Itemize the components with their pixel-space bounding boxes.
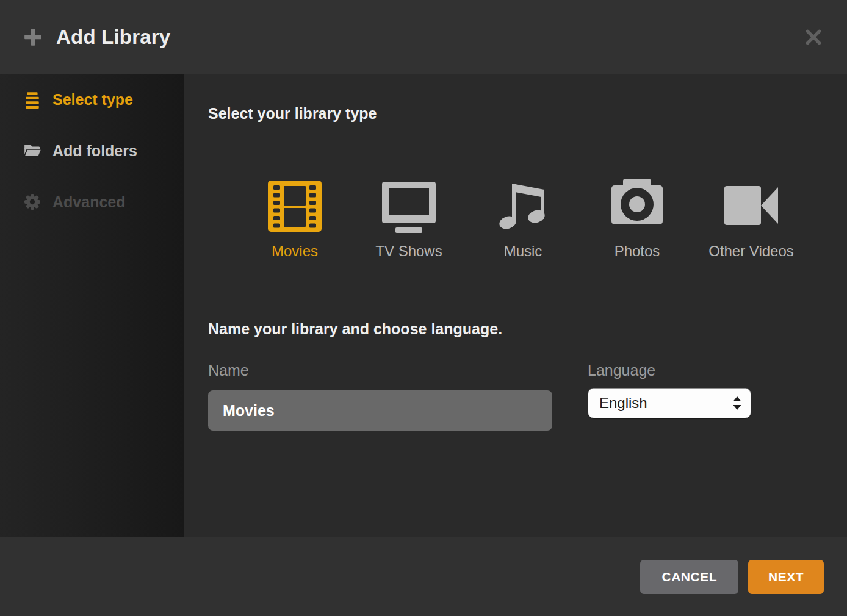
language-field-group: Language English: [588, 361, 751, 418]
library-type-row: Movies TV Shows: [208, 179, 823, 260]
library-type-movies[interactable]: Movies: [252, 179, 337, 260]
sidebar-item-select-type[interactable]: Select type: [0, 74, 184, 125]
name-field-group: Name: [208, 361, 552, 431]
sidebar-item-label: Advanced: [52, 193, 125, 211]
library-type-music[interactable]: Music: [480, 179, 566, 260]
language-label: Language: [588, 361, 751, 379]
plus-icon: [23, 27, 43, 47]
dialog-title: Add Library: [56, 26, 170, 49]
language-selected-value: English: [599, 395, 732, 412]
gear-icon: [23, 193, 41, 211]
library-name-input[interactable]: [208, 390, 552, 431]
library-type-label: Other Videos: [708, 242, 794, 260]
music-note-icon: [496, 179, 550, 234]
tv-icon: [381, 179, 436, 234]
library-type-label: Music: [504, 242, 542, 260]
library-type-label: Movies: [272, 242, 318, 260]
dialog-body: Select type Add folders: [0, 74, 847, 537]
steps-sidebar: Select type Add folders: [0, 74, 184, 537]
library-type-other-videos[interactable]: Other Videos: [708, 179, 794, 260]
sidebar-item-add-folders[interactable]: Add folders: [0, 125, 184, 176]
next-button[interactable]: NEXT: [748, 560, 824, 594]
sidebar-item-advanced[interactable]: Advanced: [0, 176, 184, 227]
film-strip-icon: [267, 179, 322, 234]
library-type-photos[interactable]: Photos: [594, 179, 680, 260]
dialog-footer: CANCEL NEXT: [0, 537, 847, 616]
library-type-label: Photos: [615, 242, 660, 260]
add-library-dialog: Add Library: [0, 0, 847, 616]
name-language-heading: Name your library and choose language.: [208, 319, 823, 338]
camera-icon: [610, 179, 665, 234]
library-type-heading: Select your library type: [208, 104, 823, 123]
library-type-tv-shows[interactable]: TV Shows: [366, 179, 452, 260]
dialog-header: Add Library: [0, 0, 847, 74]
sidebar-item-label: Select type: [52, 91, 133, 109]
sidebar-item-label: Add folders: [52, 142, 137, 160]
folder-open-icon: [23, 141, 41, 160]
library-type-label: TV Shows: [375, 242, 442, 260]
language-select[interactable]: English: [588, 388, 751, 418]
name-label: Name: [208, 361, 552, 379]
select-arrows-icon: [732, 395, 742, 411]
close-icon[interactable]: [803, 27, 824, 48]
main-panel: Select your library type: [184, 74, 847, 537]
cancel-button[interactable]: CANCEL: [640, 560, 738, 594]
name-language-row: Name Language English: [208, 361, 823, 431]
list-icon: [23, 90, 41, 109]
video-camera-icon: [724, 179, 779, 234]
